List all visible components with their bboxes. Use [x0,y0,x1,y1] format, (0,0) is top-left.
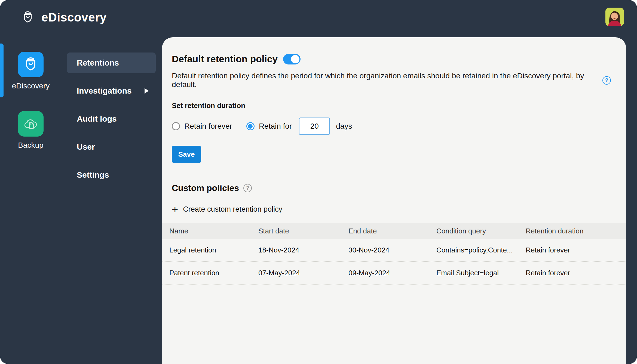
duration-section-label: Set retention duration [172,101,611,110]
menu-item-label: Audit logs [77,114,117,124]
brand: eDiscovery [20,9,107,26]
shield-vault-icon [20,9,35,26]
column-header-retention-duration: Retention duration [518,227,626,235]
cell-retention-duration: Retain forever [518,246,626,254]
default-policy-description: Default retention policy defines the per… [172,72,599,89]
page-title: Default retention policy [172,54,278,64]
question-circle-icon[interactable]: ? [243,184,252,192]
toggle-knob [290,54,300,64]
table-row[interactable]: Legal retention 18-Nov-2024 30-Nov-2024 … [162,239,626,262]
table-row[interactable]: Patent retention 07-May-2024 09-May-2024… [162,262,626,285]
sidebar-app-ediscovery[interactable]: eDiscovery [0,52,62,90]
create-custom-policy-label: Create custom retention policy [183,205,282,214]
radio-label: Retain for [259,122,292,131]
sidebar-item-retentions[interactable]: Retentions [67,53,156,73]
sidebar-item-user[interactable]: User [67,137,156,157]
app-title: eDiscovery [41,11,107,24]
save-button[interactable]: Save [172,146,201,163]
section-title: Custom policies [172,183,239,193]
retention-options: Retain forever Retain for days [172,118,611,135]
default-policy-toggle[interactable] [283,54,301,64]
menu-item-label: Investigations [77,86,132,95]
cell-condition-query: Contains=policy,Conte... [429,246,518,254]
main-content: Default retention policy Default retenti… [162,37,626,364]
shield-vault-icon [22,55,40,73]
top-header: eDiscovery [0,0,637,37]
create-custom-policy-button[interactable]: + Create custom retention policy [172,205,282,214]
menu-item-label: Settings [77,170,109,180]
sidebar-item-audit-logs[interactable]: Audit logs [67,109,156,129]
column-header-start-date: Start date [251,227,341,235]
days-suffix-label: days [336,122,352,131]
default-policy-header: Default retention policy [172,54,611,64]
sidebar-menu: Retentions Investigations Audit logs Use… [67,53,156,193]
cell-condition-query: Email Subject=legal [429,269,518,277]
avatar-photo [605,8,624,26]
radio-retain-for[interactable] [246,122,255,130]
radio-label: Retain forever [184,122,232,131]
sidebar-app-backup[interactable]: Backup [0,111,62,150]
cell-end-date: 30-Nov-2024 [341,246,429,254]
days-input[interactable] [299,118,330,135]
cell-start-date: 18-Nov-2024 [251,246,341,254]
cell-end-date: 09-May-2024 [341,269,429,277]
column-header-name: Name [162,227,251,235]
cell-name: Patent retention [162,269,251,277]
chevron-right-icon [145,88,149,94]
table-header-row: Name Start date End date Condition query… [162,223,626,239]
cell-retention-duration: Retain forever [518,269,626,277]
menu-item-label: User [77,142,95,152]
sidebar-item-investigations[interactable]: Investigations [67,81,156,101]
custom-policies-header: Custom policies ? [172,183,611,193]
column-header-end-date: End date [341,227,429,235]
app-window: eDiscovery eDiscovery [0,0,637,364]
user-avatar[interactable] [605,8,624,26]
backup-tile [18,111,44,137]
sidebar-item-settings[interactable]: Settings [67,165,156,185]
default-policy-description-row: Default retention policy defines the per… [172,72,611,89]
sidebar-app-label: eDiscovery [0,82,62,90]
cloud-sdcard-icon [22,115,40,133]
sidebar-app-label: Backup [0,141,62,150]
cell-name: Legal retention [162,246,251,254]
question-circle-icon[interactable]: ? [602,76,611,85]
column-header-condition-query: Condition query [429,227,518,235]
custom-policies-table: Name Start date End date Condition query… [162,223,626,285]
plus-icon: + [172,205,178,214]
ediscovery-tile [18,52,44,77]
menu-item-label: Retentions [77,58,119,67]
radio-retain-forever[interactable] [172,122,180,130]
cell-start-date: 07-May-2024 [251,269,341,277]
